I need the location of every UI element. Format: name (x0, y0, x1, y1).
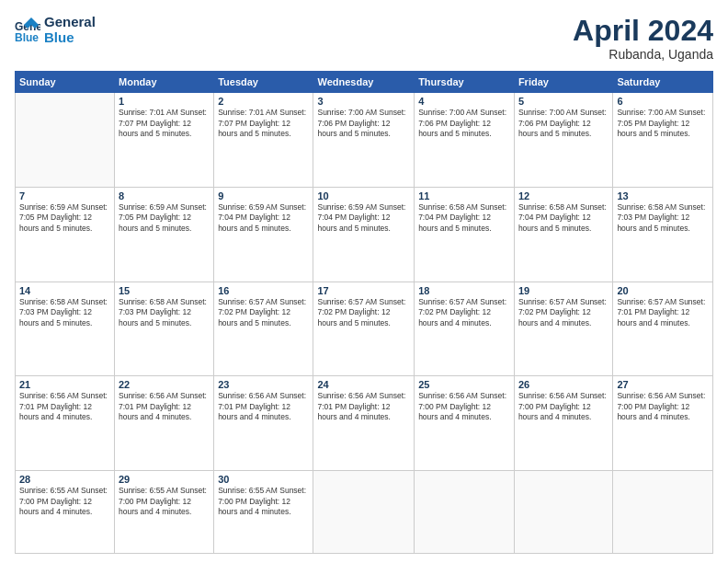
day-number: 19 (518, 285, 609, 296)
calendar-cell: 27Sunrise: 6:56 AM Sunset: 7:00 PM Dayli… (613, 376, 713, 471)
logo: General Blue General Blue (15, 15, 96, 45)
day-number: 8 (119, 190, 210, 201)
day-number: 23 (218, 379, 309, 390)
calendar-cell: 15Sunrise: 6:58 AM Sunset: 7:03 PM Dayli… (115, 282, 214, 376)
day-number: 1 (119, 96, 210, 107)
day-number: 22 (119, 379, 210, 390)
day-info: Sunrise: 6:56 AM Sunset: 7:01 PM Dayligh… (218, 391, 309, 422)
calendar-cell: 16Sunrise: 6:57 AM Sunset: 7:02 PM Dayli… (214, 282, 313, 376)
day-info: Sunrise: 6:58 AM Sunset: 7:03 PM Dayligh… (119, 297, 210, 328)
title-section: April 2024 Rubanda, Uganda (573, 15, 713, 62)
day-number: 25 (418, 379, 510, 390)
calendar-cell: 25Sunrise: 6:56 AM Sunset: 7:00 PM Dayli… (415, 376, 515, 471)
header-row: SundayMondayTuesdayWednesdayThursdayFrid… (16, 72, 713, 93)
calendar-cell: 10Sunrise: 6:59 AM Sunset: 7:04 PM Dayli… (313, 187, 415, 282)
day-info: Sunrise: 6:57 AM Sunset: 7:02 PM Dayligh… (518, 297, 609, 328)
header-day: Monday (115, 72, 214, 93)
calendar-cell: 5Sunrise: 7:00 AM Sunset: 7:06 PM Daylig… (514, 93, 612, 188)
day-info: Sunrise: 6:57 AM Sunset: 7:01 PM Dayligh… (617, 297, 709, 328)
day-info: Sunrise: 6:58 AM Sunset: 7:04 PM Dayligh… (518, 202, 609, 234)
calendar-cell: 2Sunrise: 7:01 AM Sunset: 7:07 PM Daylig… (214, 93, 313, 188)
day-info: Sunrise: 6:56 AM Sunset: 7:01 PM Dayligh… (119, 391, 210, 422)
day-number: 10 (317, 190, 410, 201)
calendar-cell: 14Sunrise: 6:58 AM Sunset: 7:03 PM Dayli… (16, 282, 115, 376)
calendar-cell (313, 471, 415, 554)
svg-text:Blue: Blue (15, 31, 39, 43)
day-info: Sunrise: 7:00 AM Sunset: 7:06 PM Dayligh… (518, 108, 609, 139)
day-number: 21 (19, 379, 110, 390)
header: General Blue General Blue April 2024 Rub… (15, 15, 713, 62)
day-info: Sunrise: 6:58 AM Sunset: 7:04 PM Dayligh… (418, 202, 510, 234)
calendar-row: 21Sunrise: 6:56 AM Sunset: 7:01 PM Dayli… (16, 376, 713, 471)
calendar-cell: 19Sunrise: 6:57 AM Sunset: 7:02 PM Dayli… (514, 282, 612, 376)
day-number: 16 (218, 285, 309, 296)
header-day: Wednesday (313, 72, 415, 93)
day-number: 2 (218, 96, 309, 107)
day-number: 9 (218, 190, 309, 201)
calendar-cell: 17Sunrise: 6:57 AM Sunset: 7:02 PM Dayli… (313, 282, 415, 376)
day-info: Sunrise: 6:58 AM Sunset: 7:03 PM Dayligh… (19, 297, 110, 328)
calendar-cell (16, 93, 115, 188)
day-number: 14 (19, 285, 110, 296)
day-info: Sunrise: 6:59 AM Sunset: 7:05 PM Dayligh… (19, 202, 110, 234)
day-number: 20 (617, 285, 709, 296)
calendar-cell: 9Sunrise: 6:59 AM Sunset: 7:04 PM Daylig… (214, 187, 313, 282)
header-day: Friday (514, 72, 612, 93)
day-number: 17 (317, 285, 410, 296)
month-title: April 2024 (573, 15, 713, 47)
calendar-cell: 22Sunrise: 6:56 AM Sunset: 7:01 PM Dayli… (115, 376, 214, 471)
calendar-cell: 18Sunrise: 6:57 AM Sunset: 7:02 PM Dayli… (415, 282, 515, 376)
calendar-cell: 21Sunrise: 6:56 AM Sunset: 7:01 PM Dayli… (16, 376, 115, 471)
calendar-row: 28Sunrise: 6:55 AM Sunset: 7:00 PM Dayli… (16, 471, 713, 554)
day-info: Sunrise: 6:56 AM Sunset: 7:00 PM Dayligh… (617, 391, 709, 422)
calendar-cell: 11Sunrise: 6:58 AM Sunset: 7:04 PM Dayli… (415, 187, 515, 282)
calendar-cell: 13Sunrise: 6:58 AM Sunset: 7:03 PM Dayli… (613, 187, 713, 282)
day-info: Sunrise: 6:59 AM Sunset: 7:04 PM Dayligh… (317, 202, 410, 234)
header-day: Thursday (415, 72, 515, 93)
calendar-cell: 28Sunrise: 6:55 AM Sunset: 7:00 PM Dayli… (16, 471, 115, 554)
day-number: 6 (617, 96, 709, 107)
day-info: Sunrise: 6:57 AM Sunset: 7:02 PM Dayligh… (218, 297, 309, 328)
calendar-cell (514, 471, 612, 554)
day-number: 11 (418, 190, 510, 201)
header-day: Sunday (16, 72, 115, 93)
day-info: Sunrise: 6:55 AM Sunset: 7:00 PM Dayligh… (218, 486, 309, 517)
calendar-cell: 12Sunrise: 6:58 AM Sunset: 7:04 PM Dayli… (514, 187, 612, 282)
calendar-cell: 29Sunrise: 6:55 AM Sunset: 7:00 PM Dayli… (115, 471, 214, 554)
logo-general: General (44, 15, 96, 30)
calendar-cell: 23Sunrise: 6:56 AM Sunset: 7:01 PM Dayli… (214, 376, 313, 471)
logo-blue: Blue (44, 30, 96, 46)
day-number: 3 (317, 96, 410, 107)
day-number: 29 (119, 474, 210, 485)
day-info: Sunrise: 6:55 AM Sunset: 7:00 PM Dayligh… (19, 486, 110, 517)
day-number: 12 (518, 190, 609, 201)
day-info: Sunrise: 6:59 AM Sunset: 7:04 PM Dayligh… (218, 202, 309, 234)
day-number: 26 (518, 379, 609, 390)
day-number: 5 (518, 96, 609, 107)
calendar-cell: 3Sunrise: 7:00 AM Sunset: 7:06 PM Daylig… (313, 93, 415, 188)
calendar-cell: 26Sunrise: 6:56 AM Sunset: 7:00 PM Dayli… (514, 376, 612, 471)
calendar-row: 1Sunrise: 7:01 AM Sunset: 7:07 PM Daylig… (16, 93, 713, 188)
day-info: Sunrise: 6:56 AM Sunset: 7:00 PM Dayligh… (518, 391, 609, 422)
calendar-cell: 1Sunrise: 7:01 AM Sunset: 7:07 PM Daylig… (115, 93, 214, 188)
calendar-row: 7Sunrise: 6:59 AM Sunset: 7:05 PM Daylig… (16, 187, 713, 282)
location: Rubanda, Uganda (573, 47, 713, 62)
calendar-cell (613, 471, 713, 554)
day-info: Sunrise: 6:59 AM Sunset: 7:05 PM Dayligh… (119, 202, 210, 234)
header-day: Tuesday (214, 72, 313, 93)
day-number: 7 (19, 190, 110, 201)
day-info: Sunrise: 6:56 AM Sunset: 7:01 PM Dayligh… (317, 391, 410, 422)
calendar-cell: 24Sunrise: 6:56 AM Sunset: 7:01 PM Dayli… (313, 376, 415, 471)
day-info: Sunrise: 7:00 AM Sunset: 7:06 PM Dayligh… (317, 108, 410, 139)
calendar-cell: 4Sunrise: 7:00 AM Sunset: 7:06 PM Daylig… (415, 93, 515, 188)
header-day: Saturday (613, 72, 713, 93)
day-info: Sunrise: 6:57 AM Sunset: 7:02 PM Dayligh… (418, 297, 510, 328)
day-number: 24 (317, 379, 410, 390)
day-number: 28 (19, 474, 110, 485)
day-number: 15 (119, 285, 210, 296)
day-info: Sunrise: 6:56 AM Sunset: 7:00 PM Dayligh… (418, 391, 510, 422)
day-info: Sunrise: 7:01 AM Sunset: 7:07 PM Dayligh… (119, 108, 210, 139)
calendar-row: 14Sunrise: 6:58 AM Sunset: 7:03 PM Dayli… (16, 282, 713, 376)
day-info: Sunrise: 6:55 AM Sunset: 7:00 PM Dayligh… (119, 486, 210, 517)
calendar-cell: 8Sunrise: 6:59 AM Sunset: 7:05 PM Daylig… (115, 187, 214, 282)
